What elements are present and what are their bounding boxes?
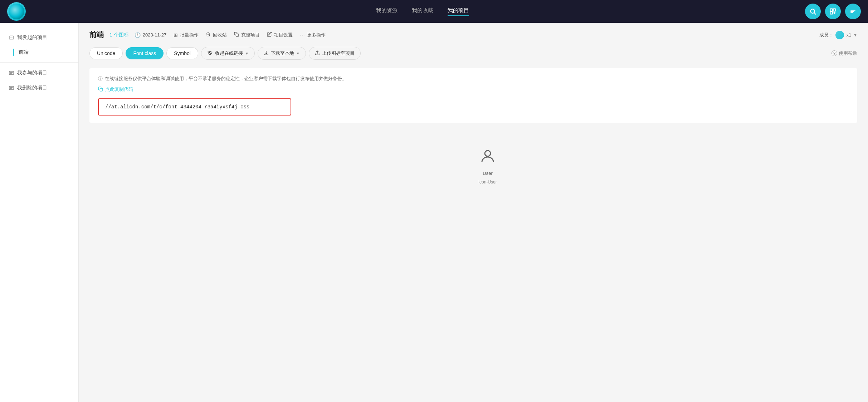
- upload-icon-btn[interactable]: 上传图标至项目: [309, 47, 361, 60]
- svg-line-1: [814, 13, 816, 15]
- download-chevron-icon: ▼: [296, 52, 300, 55]
- help-label: 使用帮助: [839, 50, 857, 57]
- info-notice: ⓘ 在线链接服务仅供平台体验和调试使用，平台不承诺服务的稳定性，企业客户需下载字…: [98, 75, 849, 82]
- clock-icon: 🕐: [135, 32, 141, 38]
- tab-projects[interactable]: 我的项目: [448, 7, 469, 16]
- copy-code-link[interactable]: 点此复制代码: [98, 86, 849, 93]
- eye-closed-icon: [207, 51, 213, 56]
- svg-rect-13: [9, 71, 14, 74]
- collapse-link-label: 收起在线链接: [215, 50, 243, 57]
- upload-icon: [315, 50, 320, 57]
- svg-rect-22: [100, 88, 103, 91]
- logo[interactable]: [7, 2, 26, 21]
- help-link[interactable]: ? 使用帮助: [832, 50, 857, 57]
- date-display: 🕐 2023-11-27: [135, 32, 167, 38]
- svg-rect-21: [264, 54, 268, 55]
- icon-preview-area: User icon-User: [89, 131, 857, 192]
- main-content: 前端 1 个图标 🕐 2023-11-27 ⊞ 批量操作: [79, 23, 868, 402]
- more-icon: ⋯: [300, 32, 305, 38]
- copy-icon: [98, 87, 103, 93]
- icon-label: User: [483, 171, 492, 176]
- frontend-label: 前端: [19, 49, 29, 55]
- deleted-projects-icon: [9, 85, 14, 91]
- joined-projects-icon: [9, 70, 14, 76]
- tab-unicode[interactable]: Unicode: [89, 47, 123, 59]
- tab-fontclass[interactable]: Font class: [126, 47, 164, 59]
- recycle-icon: [206, 32, 211, 38]
- svg-point-23: [485, 151, 491, 156]
- member-avatar: [835, 31, 844, 39]
- icon-figure: User icon-User: [477, 146, 498, 185]
- project-header: 前端 1 个图标 🕐 2023-11-27 ⊞ 批量操作: [89, 30, 857, 40]
- download-icon: [264, 50, 269, 57]
- settings-action[interactable]: 项目设置: [267, 32, 293, 38]
- header-actions: 🕐 2023-11-27 ⊞ 批量操作: [135, 32, 326, 38]
- active-indicator: [13, 49, 14, 56]
- upload-icon-label: 上传图标至项目: [322, 50, 355, 57]
- tab-resources[interactable]: 我的资源: [376, 7, 398, 16]
- sidebar-item-my-projects[interactable]: 我发起的项目: [0, 30, 78, 45]
- sidebar-item-deleted-projects[interactable]: 我删除的项目: [0, 80, 78, 95]
- download-local-label: 下载至本地: [271, 50, 294, 57]
- members-area: 成员： x1 ▼: [819, 31, 857, 39]
- info-notice-text: 在线链接服务仅供平台体验和调试使用，平台不承诺服务的稳定性，企业客户需下载字体包…: [105, 75, 347, 82]
- search-button[interactable]: [805, 4, 821, 19]
- svg-rect-10: [9, 36, 14, 39]
- my-projects-label: 我发起的项目: [17, 34, 47, 41]
- deleted-projects-label: 我删除的项目: [17, 85, 47, 91]
- help-icon: ?: [832, 50, 837, 56]
- icon-class: icon-User: [478, 180, 497, 185]
- clone-action[interactable]: 克隆项目: [234, 32, 260, 38]
- collapse-online-link[interactable]: 收起在线链接 ▼: [201, 47, 255, 60]
- more-action[interactable]: ⋯ 更多操作: [300, 32, 326, 38]
- tab-favorites[interactable]: 我的收藏: [412, 7, 433, 16]
- sidebar-item-joined-projects[interactable]: 我参与的项目: [0, 65, 78, 80]
- nav-tabs: 我的资源 我的收藏 我的项目: [40, 7, 805, 16]
- my-projects-icon: [9, 35, 14, 40]
- svg-rect-16: [9, 86, 14, 89]
- cdn-url-box[interactable]: //at.alicdn.com/t/c/font_4344204_r3a4iyx…: [98, 98, 291, 116]
- joined-projects-label: 我参与的项目: [17, 70, 47, 76]
- info-box: ⓘ 在线链接服务仅供平台体验和调试使用，平台不承诺服务的稳定性，企业客户需下载字…: [89, 68, 857, 123]
- sidebar-item-frontend[interactable]: 前端: [0, 45, 78, 59]
- main-layout: 我发起的项目 前端 我参与的项目: [0, 23, 868, 402]
- nav-actions: [805, 4, 861, 19]
- project-title: 前端: [89, 30, 104, 40]
- clone-icon: [234, 32, 239, 38]
- settings-icon: [267, 32, 272, 38]
- add-button[interactable]: [825, 4, 841, 19]
- svg-rect-3: [833, 9, 836, 11]
- svg-point-0: [810, 9, 815, 13]
- tab-symbol[interactable]: Symbol: [166, 47, 198, 59]
- download-local[interactable]: 下载至本地 ▼: [258, 47, 306, 60]
- tab-row: Unicode Font class Symbol 收起在线链接 ▼: [89, 47, 857, 60]
- batch-action[interactable]: ⊞ 批量操作: [174, 32, 199, 38]
- svg-rect-2: [830, 9, 833, 11]
- members-count: x1: [846, 32, 851, 38]
- svg-rect-4: [830, 12, 833, 14]
- sidebar: 我发起的项目 前端 我参与的项目: [0, 23, 79, 402]
- icon-count: 1 个图标: [109, 32, 129, 38]
- info-icon: ⓘ: [98, 75, 103, 82]
- svg-rect-19: [236, 34, 239, 36]
- recycle-action[interactable]: 回收站: [206, 32, 227, 38]
- members-label: 成员：: [819, 32, 833, 38]
- logo-image: [9, 4, 24, 19]
- copy-code-label: 点此复制代码: [105, 86, 133, 93]
- members-chevron-icon[interactable]: ▼: [853, 33, 857, 37]
- batch-icon: ⊞: [174, 32, 178, 38]
- sort-button[interactable]: [845, 4, 861, 19]
- user-icon-preview: [477, 146, 498, 167]
- top-navigation: 我的资源 我的收藏 我的项目: [0, 0, 868, 23]
- collapse-chevron-icon: ▼: [245, 52, 249, 55]
